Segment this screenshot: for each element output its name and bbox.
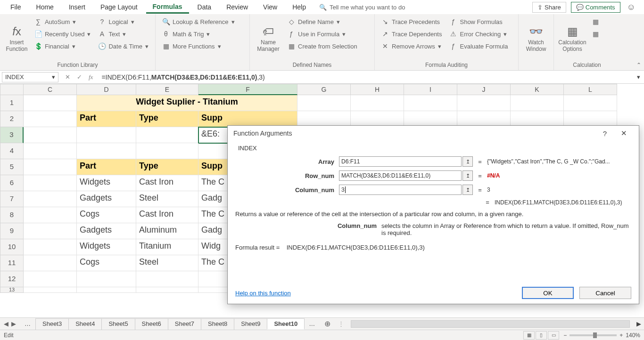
- cell-E6[interactable]: Cast Iron: [136, 175, 198, 191]
- help-icon[interactable]: ?: [595, 130, 614, 138]
- cell-E5[interactable]: Type: [136, 159, 198, 175]
- name-box[interactable]: INDEX ▾: [2, 72, 58, 82]
- cell-I1[interactable]: [404, 95, 457, 111]
- normal-view-icon[interactable]: ▦: [523, 331, 535, 340]
- tab-nav-prev-icon[interactable]: ◀: [4, 320, 8, 327]
- row-header-13[interactable]: 13: [0, 287, 24, 293]
- new-sheet-icon[interactable]: ⊕: [320, 319, 335, 328]
- calc-now-button[interactable]: ▦: [590, 16, 601, 27]
- cell-C9[interactable]: [24, 223, 77, 239]
- cell-E12[interactable]: [136, 271, 198, 287]
- calculation-options-button[interactable]: ▦ Calculation Options: [559, 16, 586, 61]
- row-header-2[interactable]: 2: [0, 111, 24, 127]
- sheet-tab-sheet9[interactable]: Sheet9: [234, 318, 267, 330]
- zoom-slider[interactable]: [570, 334, 617, 336]
- cell-E11[interactable]: Steel: [136, 255, 198, 271]
- cell-C10[interactable]: [24, 239, 77, 255]
- tab-nav-next-icon[interactable]: ▶: [11, 320, 16, 327]
- tab-overflow-icon[interactable]: …: [304, 320, 320, 327]
- logical-button[interactable]: ?Logical ▾: [96, 16, 150, 27]
- cell-C13[interactable]: [24, 287, 77, 293]
- trace-dependents-button[interactable]: ↗Trace Dependents: [380, 28, 444, 40]
- cancel-button[interactable]: Cancel: [579, 287, 631, 299]
- column-header-D[interactable]: D: [77, 84, 136, 95]
- create-from-selection-button[interactable]: ▦Create from Selection: [286, 40, 359, 52]
- cell-G1[interactable]: [297, 95, 351, 111]
- tab-overflow-icon[interactable]: …: [20, 320, 35, 327]
- cell-D2[interactable]: Part: [77, 111, 136, 127]
- cell-E3[interactable]: [136, 127, 198, 143]
- cell-D11[interactable]: Cogs: [77, 255, 136, 271]
- sheet-tab-sheet4[interactable]: Sheet4: [68, 318, 102, 330]
- collapse-ribbon-icon[interactable]: ⌃: [636, 62, 641, 68]
- cell-E7[interactable]: Steel: [136, 191, 198, 207]
- row-header-4[interactable]: 4: [0, 143, 24, 159]
- cell-H1[interactable]: [351, 95, 404, 111]
- ref-button-0[interactable]: ↥: [462, 156, 473, 167]
- cell-C7[interactable]: [24, 191, 77, 207]
- menu-insert[interactable]: Insert: [62, 1, 92, 13]
- cell-E9[interactable]: Aluminum: [136, 223, 198, 239]
- financial-button[interactable]: 💲Financial ▾: [33, 40, 93, 52]
- column-header-F[interactable]: F: [198, 84, 297, 95]
- arg-input-2[interactable]: 3: [339, 185, 462, 195]
- cell-L1[interactable]: [564, 95, 617, 111]
- column-header-I[interactable]: I: [404, 84, 457, 95]
- cell-K2[interactable]: [511, 111, 564, 127]
- cell-D6[interactable]: Widgets: [77, 175, 136, 191]
- cell-E4[interactable]: [136, 143, 198, 159]
- cell-C3[interactable]: [24, 127, 77, 143]
- cell-J1[interactable]: [457, 95, 511, 111]
- cell-D5[interactable]: Part: [77, 159, 136, 175]
- row-header-8[interactable]: 8: [0, 207, 24, 223]
- cell-D7[interactable]: Gadgets: [77, 191, 136, 207]
- zoom-level[interactable]: 140%: [626, 332, 640, 339]
- cell-F2[interactable]: Supp: [198, 111, 297, 127]
- zoom-out-icon[interactable]: −: [563, 332, 567, 339]
- menu-view[interactable]: View: [256, 1, 284, 13]
- page-layout-view-icon[interactable]: ▯: [536, 331, 547, 340]
- cell-C11[interactable]: [24, 255, 77, 271]
- cell-D13[interactable]: [77, 287, 136, 293]
- more-functions-button[interactable]: ▦More Functions ▾: [160, 40, 237, 52]
- row-header-5[interactable]: 5: [0, 159, 24, 175]
- column-header-G[interactable]: G: [297, 84, 351, 95]
- comments-button[interactable]: 💬 Comments: [571, 2, 620, 13]
- cell-C8[interactable]: [24, 207, 77, 223]
- trace-precedents-button[interactable]: ↘Trace Precedents: [380, 16, 444, 27]
- sheet-tab-sheet8[interactable]: Sheet8: [201, 318, 234, 330]
- menu-home[interactable]: Home: [30, 1, 60, 13]
- row-header-9[interactable]: 9: [0, 223, 24, 239]
- row-header-1[interactable]: 1: [0, 95, 24, 111]
- row-header-7[interactable]: 7: [0, 191, 24, 207]
- cell-C12[interactable]: [24, 271, 77, 287]
- math-button[interactable]: θMath & Trig ▾: [160, 28, 237, 40]
- help-link[interactable]: Help on this function: [235, 290, 291, 297]
- scroll-right-icon[interactable]: ▶: [634, 320, 644, 327]
- select-all-corner[interactable]: [0, 84, 24, 95]
- ok-button[interactable]: OK: [522, 287, 574, 299]
- cell-H2[interactable]: [351, 111, 404, 127]
- remove-arrows-button[interactable]: ✕Remove Arrows ▾: [380, 40, 444, 52]
- accept-formula-icon[interactable]: ✓: [77, 73, 82, 81]
- column-header-L[interactable]: L: [564, 84, 617, 95]
- ref-button-1[interactable]: ↥: [462, 170, 473, 181]
- sheet-tab-sheet6[interactable]: Sheet6: [135, 318, 168, 330]
- row-header-10[interactable]: 10: [0, 239, 24, 255]
- watch-window-button[interactable]: 👓 Watch Window: [523, 16, 549, 61]
- column-header-H[interactable]: H: [351, 84, 404, 95]
- fx-icon[interactable]: fx: [89, 73, 93, 81]
- share-button[interactable]: ⇪ Share: [532, 2, 566, 13]
- datetime-button[interactable]: 🕒Date & Time ▾: [96, 40, 150, 52]
- show-formulas-button[interactable]: ƒShow Formulas: [447, 16, 510, 27]
- cell-C2[interactable]: [24, 111, 77, 127]
- menu-help[interactable]: Help: [286, 1, 313, 13]
- insert-function-button[interactable]: fx Insert Function: [5, 16, 29, 61]
- sheet-tab-sheet10[interactable]: Sheet10: [267, 318, 305, 330]
- name-manager-button[interactable]: 🏷 Name Manager: [255, 16, 282, 61]
- cancel-formula-icon[interactable]: ✕: [65, 73, 70, 81]
- menu-page-layout[interactable]: Page Layout: [94, 1, 144, 13]
- zoom-in-icon[interactable]: +: [619, 332, 623, 339]
- error-checking-button[interactable]: ⚠Error Checking ▾: [447, 28, 510, 40]
- column-header-C[interactable]: C: [24, 84, 77, 95]
